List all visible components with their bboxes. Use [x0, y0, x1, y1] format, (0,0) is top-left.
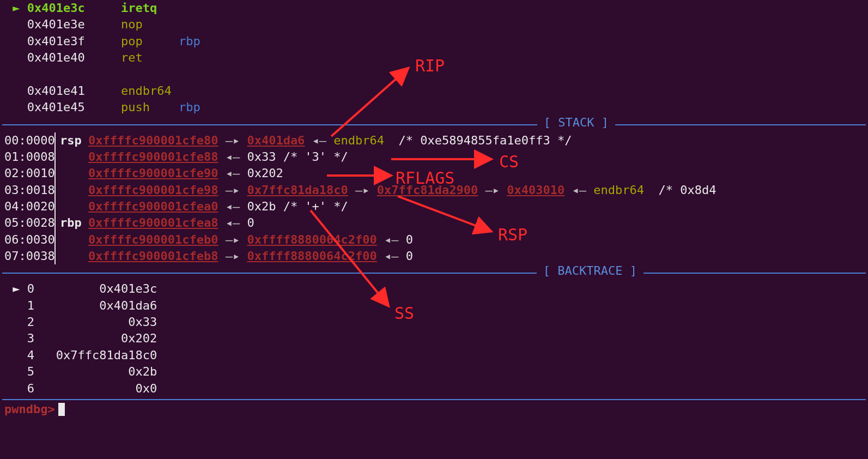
disasm-marker — [5, 34, 27, 48]
chain-arrow: ◂— — [564, 183, 593, 197]
backtrace-row: 3 0x202 — [2, 330, 866, 347]
stack-address: 0xffffc900001cfe88 — [88, 150, 218, 164]
disasm-row: 0x401e40 ret — [5, 50, 866, 66]
prompt-row[interactable]: pwndbg> — [2, 400, 866, 418]
stack-chain: 0xffffc900001cfea0 ◂— 0x2b /* '+' */ — [86, 198, 348, 215]
chain-pointer: 0x7ffc81da2900 — [377, 183, 478, 197]
disassembly-block: ► 0x401e3c iretq 0x401e3e nop 0x401e3f p… — [2, 0, 866, 116]
chain-arrow: —▸ — [478, 183, 507, 197]
stack-chain: 0xffffc900001cfe80 —▸ 0x401da6 ◂— endbr6… — [86, 132, 572, 149]
chain-arrow: ◂— — [218, 200, 247, 213]
stack-index: 03:0018 — [2, 182, 56, 198]
stack-row: 04:0020 0xffffc900001cfea0 ◂— 0x2b /* '+… — [2, 198, 866, 215]
section-divider-backtrace: [ BACKTRACE ] — [2, 264, 866, 281]
stack-chain: 0xffffc900001cfeb0 —▸ 0xffff8880064c2f00… — [86, 232, 413, 248]
stack-register — [56, 149, 86, 165]
backtrace-row: 2 0x33 — [2, 314, 866, 330]
cursor — [58, 403, 65, 416]
chain-value: 0 — [406, 233, 413, 246]
disasm-mnemonic: ret — [121, 51, 179, 64]
chain-arrow: —▸ — [348, 183, 377, 197]
disasm-address: 0x401e3e — [27, 17, 121, 31]
chain-pointer: 0x401da6 — [247, 134, 305, 147]
disasm-marker — [5, 17, 27, 31]
stack-row: 05:0028rbp0xffffc900001cfea8 ◂— 0 — [2, 215, 866, 231]
disasm-row: 0x401e3e nop — [5, 16, 866, 33]
stack-row: 00:0000rsp0xffffc900001cfe80 —▸ 0x401da6… — [2, 132, 866, 149]
stack-index: 00:0000 — [2, 132, 56, 149]
stack-index: 04:0020 — [2, 198, 56, 215]
chain-value: 0x33 /* '3' */ — [247, 150, 348, 164]
prompt-text: pwndbg> — [4, 401, 55, 418]
stack-index: 07:0038 — [2, 248, 56, 264]
stack-row: 07:0038 0xffffc900001cfeb8 —▸ 0xffff8880… — [2, 248, 866, 264]
disasm-row: 0x401e45 push rbp — [5, 99, 866, 116]
chain-arrow: —▸ — [218, 249, 247, 263]
stack-register — [56, 198, 86, 215]
disasm-marker — [5, 100, 27, 114]
stack-register — [56, 182, 86, 198]
stack-register — [56, 232, 86, 248]
disasm-mnemonic: iretq — [121, 1, 179, 15]
disasm-mnemonic: endbr64 — [121, 84, 179, 98]
chain-arrow: ◂— — [218, 166, 247, 180]
section-label-backtrace: [ BACKTRACE ] — [537, 263, 644, 280]
disasm-address: 0x401e3c — [27, 1, 121, 15]
chain-arrow: ◂— — [377, 249, 406, 263]
stack-index: 01:0008 — [2, 149, 56, 165]
disasm-address: 0x401e41 — [27, 84, 121, 98]
chain-pointer: 0x403010 — [507, 183, 564, 197]
stack-chain: 0xffffc900001cfe90 ◂— 0x202 — [86, 165, 283, 182]
backtrace-row: 6 0x0 — [2, 381, 866, 397]
section-divider-stack: [ STACK ] — [2, 116, 866, 132]
disasm-operand: rbp — [179, 34, 201, 48]
stack-address: 0xffffc900001cfe98 — [88, 183, 218, 197]
stack-row: 01:0008 0xffffc900001cfe88 ◂— 0x33 /* '3… — [2, 149, 866, 165]
stack-register: rbp — [56, 215, 86, 231]
disasm-marker: ► — [5, 1, 27, 15]
chain-arrow: —▸ — [218, 233, 247, 246]
chain-arrow: —▸ — [218, 134, 247, 147]
disasm-operand: rbp — [179, 100, 201, 114]
backtrace-row: 1 0x401da6 — [2, 298, 866, 314]
disasm-mnemonic: pop — [121, 34, 179, 48]
disasm-address: 0x401e40 — [27, 51, 121, 64]
disasm-marker — [5, 84, 27, 98]
disasm-address: 0x401e3f — [27, 34, 121, 48]
backtrace-row: ► 0 0x401e3c — [2, 281, 866, 297]
backtrace-row: 5 0x2b — [2, 364, 866, 380]
disasm-row: ► 0x401e3c iretq — [5, 0, 866, 16]
chain-arrow: ◂— — [377, 233, 406, 246]
stack-row: 03:0018 0xffffc900001cfe98 —▸ 0x7ffc81da… — [2, 182, 866, 198]
stack-address: 0xffffc900001cfea0 — [88, 200, 218, 213]
stack-index: 02:0010 — [2, 165, 56, 182]
disasm-address: 0x401e45 — [27, 100, 121, 114]
chain-value: 0x202 — [247, 166, 283, 180]
stack-register: rsp — [56, 132, 86, 149]
stack-chain: 0xffffc900001cfe98 —▸ 0x7ffc81da18c0 —▸ … — [86, 182, 716, 198]
backtrace-block: ► 0 0x401e3c 1 0x401da6 2 0x33 3 0x202 4… — [2, 281, 866, 397]
stack-address: 0xffffc900001cfe90 — [88, 166, 218, 180]
stack-register — [56, 248, 86, 264]
chain-arrow: ◂— — [218, 216, 247, 230]
chain-comment: /* 0x8d4 — [651, 183, 716, 197]
stack-address: 0xffffc900001cfe80 — [88, 134, 218, 147]
disasm-row — [5, 66, 866, 82]
disasm-row: 0x401e3f pop rbp — [5, 33, 866, 50]
chain-comment: /* 0xe5894855fa1e0ff3 */ — [391, 134, 572, 147]
stack-address: 0xffffc900001cfeb8 — [88, 249, 218, 263]
stack-row: 06:0030 0xffffc900001cfeb0 —▸ 0xffff8880… — [2, 232, 866, 248]
stack-index: 06:0030 — [2, 232, 56, 248]
disasm-mnemonic: nop — [121, 17, 179, 31]
section-label-stack: [ STACK ] — [537, 114, 615, 131]
stack-row: 02:0010 0xffffc900001cfe90 ◂— 0x202 — [2, 165, 866, 182]
disasm-marker — [5, 51, 27, 64]
stack-chain: 0xffffc900001cfeb8 —▸ 0xffff8880064c2f00… — [86, 248, 413, 264]
chain-pointer: 0xffff8880064c2f00 — [247, 249, 377, 263]
chain-mnemonic: endbr64 — [593, 183, 651, 197]
stack-address: 0xffffc900001cfea8 — [88, 216, 218, 230]
disasm-mnemonic: push — [121, 100, 179, 114]
chain-arrow: ◂— — [305, 134, 333, 147]
stack-index: 05:0028 — [2, 215, 56, 231]
stack-address: 0xffffc900001cfeb0 — [88, 233, 218, 246]
